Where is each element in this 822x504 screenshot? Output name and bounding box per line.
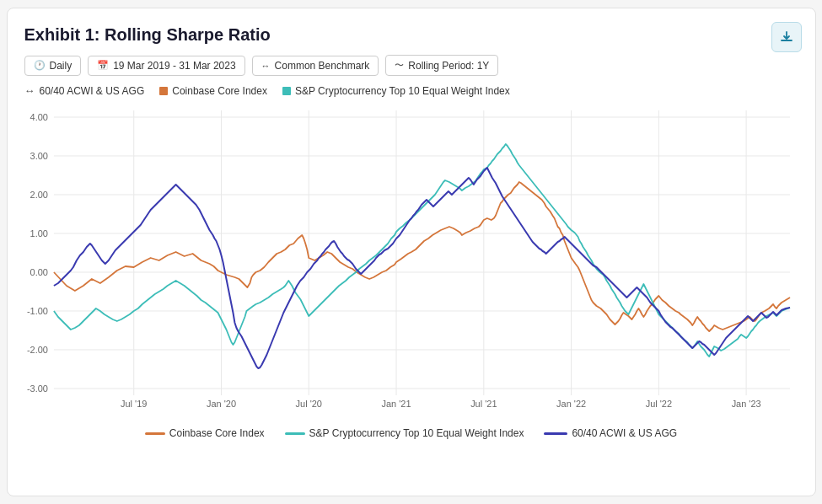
bottom-legend-coinbase: Coinbase Core Index (145, 427, 265, 439)
y-label-m1: -1.00 (26, 306, 47, 316)
bottom-legend-sp-label: S&P Cryptocurrency Top 10 Equal Weight I… (309, 427, 524, 439)
x-label-jan21: Jan '21 (381, 399, 411, 409)
legend-item-1: ↔ 60/40 ACWI & US AGG (24, 84, 145, 97)
sp-crypto-line (53, 144, 789, 357)
top-legend: ↔ 60/40 ACWI & US AGG Coinbase Core Inde… (24, 84, 798, 97)
bottom-legend-acwi-label: 60/40 ACWI & US AGG (572, 427, 677, 439)
y-label-0: 0.00 (30, 267, 47, 277)
legend-label-3: S&P Cryptocurrency Top 10 Equal Weight I… (295, 85, 510, 97)
x-label-jul21: Jul '21 (470, 399, 497, 409)
rolling-period-button[interactable]: 〜 Rolling Period: 1Y (385, 55, 498, 76)
date-range-label: 19 Mar 2019 - 31 Mar 2023 (113, 60, 235, 72)
y-label-m3: -3.00 (26, 383, 47, 394)
bottom-legend-sp: S&P Cryptocurrency Top 10 Equal Weight I… (285, 427, 524, 439)
x-label-jan23: Jan '23 (731, 399, 760, 409)
bottom-legend-coinbase-label: Coinbase Core Index (169, 427, 265, 439)
daily-button[interactable]: 🕐 Daily (24, 56, 82, 76)
y-label-2: 2.00 (30, 190, 47, 200)
benchmark-button[interactable]: ↔ Common Benchmark (252, 56, 379, 76)
chart-area: 4.00 3.00 2.00 1.00 0.00 -1.00 -2.00 -3.… (24, 102, 798, 422)
bottom-legend: Coinbase Core Index S&P Cryptocurrency T… (24, 427, 798, 439)
benchmark-label: Common Benchmark (275, 60, 370, 72)
legend-item-2: Coinbase Core Index (159, 85, 267, 97)
y-label-m2: -2.00 (26, 345, 47, 355)
download-icon (779, 29, 794, 45)
daily-label: Daily (50, 60, 73, 72)
x-label-jul20: Jul '20 (295, 399, 321, 409)
coinbase-line-swatch (145, 432, 165, 435)
rolling-label: Rolling Period: 1Y (408, 60, 489, 72)
x-label-jan20: Jan '20 (206, 399, 235, 409)
arrows-icon: ↔ (261, 61, 271, 71)
wave-icon: 〜 (395, 59, 404, 72)
main-svg: 4.00 3.00 2.00 1.00 0.00 -1.00 -2.00 -3.… (24, 102, 798, 422)
legend-label-1: 60/40 ACWI & US AGG (40, 85, 145, 97)
acwi-line (53, 168, 789, 368)
y-label-3: 3.00 (30, 151, 47, 161)
legend-item-3: S&P Cryptocurrency Top 10 Equal Weight I… (282, 85, 510, 97)
date-range-button[interactable]: 📅 19 Mar 2019 - 31 Mar 2023 (88, 56, 244, 76)
clock-icon: 🕐 (34, 60, 46, 71)
y-label-4: 4.00 (30, 112, 47, 122)
calendar-icon: 📅 (97, 60, 109, 71)
download-button[interactable] (771, 22, 802, 52)
legend-label-2: Coinbase Core Index (172, 85, 267, 97)
x-label-jul22: Jul '22 (645, 399, 671, 409)
controls-row: 🕐 Daily 📅 19 Mar 2019 - 31 Mar 2023 ↔ Co… (24, 55, 798, 76)
acwi-line-swatch (544, 432, 567, 435)
x-label-jul19: Jul '19 (121, 399, 147, 409)
chart-container: Exhibit 1: Rolling Sharpe Ratio 🕐 Daily … (7, 8, 816, 496)
x-label-jan22: Jan '22 (556, 399, 586, 409)
sp-line-swatch (285, 432, 305, 435)
bottom-legend-acwi: 60/40 ACWI & US AGG (544, 427, 677, 439)
y-label-1: 1.00 (30, 228, 47, 239)
chart-title: Exhibit 1: Rolling Sharpe Ratio (24, 25, 798, 45)
